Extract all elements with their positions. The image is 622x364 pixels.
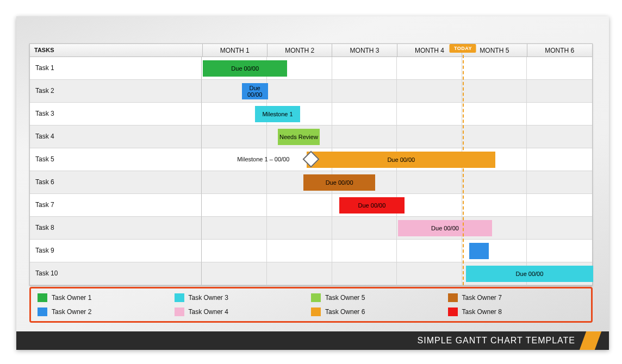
legend-swatch-icon xyxy=(38,293,47,302)
legend-label: Task Owner 8 xyxy=(462,308,502,316)
gantt-body: Task 1Task 2Task 3Task 4Task 5Task 6Task… xyxy=(30,57,592,285)
task-label: Task 9 xyxy=(30,240,202,262)
task-row: Task 2 xyxy=(30,80,592,103)
grid-cell xyxy=(397,262,462,285)
legend-box: Task Owner 1Task Owner 3Task Owner 5Task… xyxy=(29,287,593,323)
legend-item: Task Owner 1 xyxy=(38,292,175,304)
grid-cell xyxy=(527,103,592,125)
grid-cell xyxy=(527,171,592,194)
task-label: Task 2 xyxy=(30,80,202,103)
legend-item: Task Owner 2 xyxy=(38,306,175,318)
grid-cell xyxy=(397,125,462,148)
legend-item: Task Owner 5 xyxy=(311,292,448,304)
task-label: Task 8 xyxy=(30,217,202,240)
month-header: MONTH 1 xyxy=(203,44,268,57)
gantt-bar[interactable]: Due 00/00 xyxy=(203,60,287,77)
task-row: Task 7 xyxy=(30,194,592,217)
legend-swatch-icon xyxy=(175,293,184,302)
legend-swatch-icon xyxy=(311,293,321,302)
legend-label: Task Owner 1 xyxy=(52,294,91,302)
gantt-grid: TASKS MONTH 1 MONTH 2 MONTH 3 MONTH 4 MO… xyxy=(29,43,593,286)
header-row: TASKS MONTH 1 MONTH 2 MONTH 3 MONTH 4 MO… xyxy=(30,44,592,57)
task-label: Task 4 xyxy=(30,125,202,148)
gantt-bar[interactable]: Milestone 1 xyxy=(255,106,301,122)
grid-cell xyxy=(527,80,592,103)
task-row: Task 8 xyxy=(30,217,592,240)
gantt-bar[interactable]: Due 00/00 xyxy=(339,197,405,214)
gantt-bar[interactable]: Due 00/00 xyxy=(303,174,375,191)
month-header: MONTH 3 xyxy=(332,44,397,57)
task-label: Task 10 xyxy=(30,262,202,285)
grid-cell xyxy=(202,240,267,262)
grid-cell xyxy=(462,80,527,103)
grid-cell xyxy=(332,240,397,262)
legend-label: Task Owner 6 xyxy=(325,308,365,316)
grid-cell xyxy=(397,103,462,125)
month-header: MONTH 4 xyxy=(397,44,462,57)
legend-swatch-icon xyxy=(175,307,184,316)
grid-cell xyxy=(202,262,267,285)
grid-cell xyxy=(267,240,332,262)
gantt-bar[interactable]: Needs Review xyxy=(278,129,320,145)
task-label: Task 1 xyxy=(30,57,202,80)
grid-cell xyxy=(462,125,527,148)
task-label: Task 5 xyxy=(30,148,202,171)
gantt-bar[interactable]: Due 00/00 xyxy=(307,152,495,168)
grid-cell xyxy=(332,217,397,240)
month-header: MONTH 5 xyxy=(462,44,527,57)
grid-cell xyxy=(267,262,332,285)
grid-cell xyxy=(527,194,592,217)
grid-cell xyxy=(397,171,462,194)
legend-swatch-icon xyxy=(311,307,321,316)
legend-item: Task Owner 4 xyxy=(175,306,312,318)
grid-cell xyxy=(462,57,527,80)
tasks-header: TASKS xyxy=(30,44,203,57)
grid-cell xyxy=(332,262,397,285)
month-header: MONTH 6 xyxy=(527,44,592,57)
slide-canvas: TASKS MONTH 1 MONTH 2 MONTH 3 MONTH 4 MO… xyxy=(16,16,609,350)
grid-cell xyxy=(527,240,592,262)
task-row: Task 1 xyxy=(30,57,592,80)
grid-cell xyxy=(332,103,397,125)
legend-swatch-icon xyxy=(38,307,47,316)
grid-cell xyxy=(267,80,332,103)
grid-cell xyxy=(397,57,462,80)
grid-cell xyxy=(202,148,267,171)
legend-swatch-icon xyxy=(448,307,458,316)
grid-cell xyxy=(397,240,462,262)
legend-item: Task Owner 8 xyxy=(448,306,585,318)
gantt-bar[interactable]: Due 00/00 xyxy=(398,220,492,236)
task-row: Task 9 xyxy=(30,240,592,262)
legend-label: Task Owner 5 xyxy=(325,294,365,302)
legend-label: Task Owner 4 xyxy=(189,308,228,316)
gantt-bar[interactable] xyxy=(469,243,489,259)
grid-cell xyxy=(202,217,267,240)
grid-cell xyxy=(397,194,462,217)
footer-bar: SIMPLE GANTT CHART TEMPLATE xyxy=(16,331,609,350)
grid-cell xyxy=(332,57,397,80)
legend-item: Task Owner 6 xyxy=(311,306,448,318)
legend-label: Task Owner 2 xyxy=(52,308,91,316)
task-label: Task 3 xyxy=(30,103,202,125)
task-label: Task 6 xyxy=(30,171,202,194)
grid-cell xyxy=(462,103,527,125)
grid-cell xyxy=(397,80,462,103)
grid-cell xyxy=(527,148,592,171)
grid-cell xyxy=(202,125,267,148)
gantt-bar[interactable]: Due 00/00 xyxy=(466,266,593,282)
grid-cell xyxy=(202,171,267,194)
grid-cell xyxy=(332,125,397,148)
legend-swatch-icon xyxy=(448,293,458,302)
month-header: MONTH 2 xyxy=(268,44,332,57)
footer-title: SIMPLE GANTT CHART TEMPLATE xyxy=(418,336,575,346)
footer-accent-icon xyxy=(580,331,601,350)
grid-cell xyxy=(202,194,267,217)
task-row: Task 3 xyxy=(30,103,592,125)
grid-cell xyxy=(332,80,397,103)
grid-cell xyxy=(462,194,527,217)
grid-cell xyxy=(267,217,332,240)
grid-cell xyxy=(462,171,527,194)
gantt-bar[interactable]: Due 00/00 xyxy=(242,83,268,99)
grid-cell xyxy=(527,57,592,80)
legend-item: Task Owner 7 xyxy=(448,292,585,304)
